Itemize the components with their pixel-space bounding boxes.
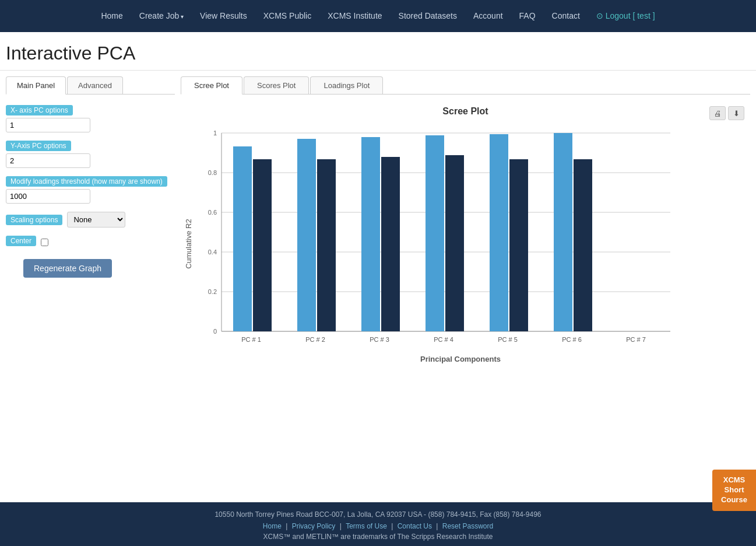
bar-pc5-dark [509,159,528,331]
center-label: Center [6,236,36,246]
nav-xcms-institute[interactable]: XCMS Institute [319,0,390,32]
bar-pc3-dark [381,157,400,331]
footer-reset[interactable]: Reset Password [442,522,493,530]
chart-area: Scree Plot 🖨 ⬇ Cumulative R2 Principal C… [181,100,750,374]
bar-pc3-blue [361,137,380,331]
print-button[interactable]: 🖨 [709,106,726,120]
nav-faq[interactable]: FAQ [511,0,544,32]
navbar: Home Create Job View Results XCMS Public… [0,0,756,32]
download-button[interactable]: ⬇ [728,106,744,120]
y-axis-label: Y-Axis PC options [6,141,71,151]
left-tabs: Main Panel Advanced [6,76,175,94]
nav-xcms-public[interactable]: XCMS Public [255,0,319,32]
right-tabs: Scree Plot Scores Plot Loadings Plot [181,76,750,94]
bar-pc2-blue [297,139,316,331]
svg-text:0.8: 0.8 [208,169,217,176]
x-axis-input[interactable] [6,118,90,132]
y-axis-title: Cumulative R2 [184,219,193,268]
nav-home[interactable]: Home [93,0,131,32]
x-axis-field-group: X- axis PC options [6,105,175,132]
regenerate-graph-button[interactable]: Regenerate Graph [23,259,112,278]
tab-loadings-plot[interactable]: Loadings Plot [310,76,383,94]
main-layout: Main Panel Advanced X- axis PC options Y… [0,71,756,479]
svg-text:0.4: 0.4 [208,249,217,256]
nav-logout[interactable]: Logout [ test ] [588,0,663,32]
nav-stored-datasets[interactable]: Stored Datasets [391,0,465,32]
scree-plot-svg: Cumulative R2 Principal Components 0 0.2… [181,121,688,366]
left-panel: Main Panel Advanced X- axis PC options Y… [6,76,175,473]
svg-text:0: 0 [213,328,217,335]
right-panel: Scree Plot Scores Plot Loadings Plot Scr… [181,76,750,473]
tab-advanced[interactable]: Advanced [67,76,123,94]
svg-text:1: 1 [213,130,217,136]
svg-text:0.2: 0.2 [208,288,217,295]
scaling-field-row: Scaling options None UV Pareto Mean [6,212,175,228]
bar-pc2-dark [317,159,336,331]
bar-pc1-blue [233,146,252,331]
tab-scree-plot[interactable]: Scree Plot [181,76,242,94]
chart-title: Scree Plot [181,106,750,117]
footer: 10550 North Torrey Pines Road BCC-007, L… [0,502,756,546]
loadings-input[interactable] [6,189,90,204]
nav-contact[interactable]: Contact [544,0,588,32]
page-title: Interactive PCA [0,32,756,71]
footer-trademark: XCMS™ and METLIN™ are trademarks of The … [12,533,744,541]
loadings-label: Modify loadings threshold (how many are … [6,176,167,187]
center-row: Center [6,236,175,249]
bar-pc5-blue [490,134,508,331]
footer-contact[interactable]: Contact Us [398,522,432,530]
y-axis-input[interactable] [6,153,90,168]
chart-icons: 🖨 ⬇ [709,106,744,120]
y-axis-field-group: Y-Axis PC options [6,141,175,168]
x-axis-label: X- axis PC options [6,105,73,116]
svg-text:PC # 1: PC # 1 [241,336,261,343]
svg-text:PC # 2: PC # 2 [305,336,325,343]
bar-pc4-blue [426,135,444,331]
scaling-select[interactable]: None UV Pareto Mean [67,212,125,228]
scaling-label: Scaling options [6,215,62,225]
svg-text:PC # 7: PC # 7 [626,336,646,343]
svg-text:PC # 5: PC # 5 [498,336,518,343]
bar-pc4-dark [445,155,464,331]
footer-terms[interactable]: Terms of Use [346,522,387,530]
nav-create-job[interactable]: Create Job [131,0,192,33]
nav-view-results[interactable]: View Results [192,0,255,32]
center-checkbox[interactable] [41,239,48,246]
x-axis-title: Principal Components [420,355,501,363]
footer-home[interactable]: Home [263,522,282,530]
footer-address: 10550 North Torrey Pines Road BCC-007, L… [12,510,744,519]
bar-pc1-dark [253,159,272,331]
svg-text:PC # 3: PC # 3 [370,336,389,343]
bar-pc6-blue [554,133,572,331]
bar-pc6-dark [574,159,592,331]
nav-account[interactable]: Account [465,0,511,32]
footer-links: Home | Privacy Policy | Terms of Use | C… [12,522,744,530]
svg-text:PC # 4: PC # 4 [434,336,453,343]
chart-svg-container: Cumulative R2 Principal Components 0 0.2… [181,121,750,368]
loadings-field-group: Modify loadings threshold (how many are … [6,176,175,204]
tab-main-panel[interactable]: Main Panel [6,76,66,94]
footer-privacy[interactable]: Privacy Policy [292,522,336,530]
tab-scores-plot[interactable]: Scores Plot [244,76,309,94]
xcms-course-button[interactable]: XCMSShortCourse [712,470,756,511]
svg-text:0.6: 0.6 [208,209,217,216]
svg-text:PC # 6: PC # 6 [562,336,582,343]
